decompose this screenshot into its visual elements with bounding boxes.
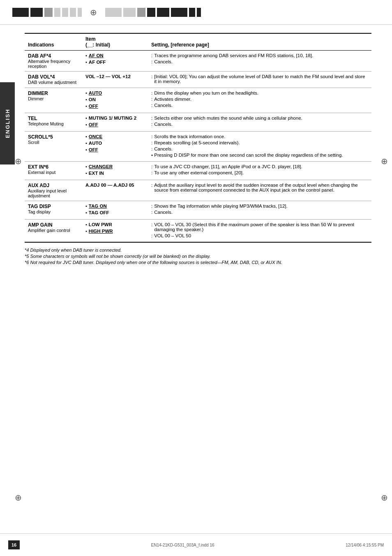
- item-label: ON: [89, 97, 96, 102]
- setting-text: VOL 00 – VOL 30 (Select this if the maxi…: [154, 222, 368, 232]
- item-entry: •AF ON: [85, 53, 145, 58]
- setting-cell: : Traces the programme among DAB service…: [148, 51, 371, 72]
- bullet-icon: •: [85, 204, 87, 208]
- setting-text: Activates dimmer.: [154, 97, 368, 102]
- table-row: AUX ADJAuxiliary input level adjustmentA…: [25, 180, 371, 201]
- bullet-icon: •: [85, 122, 87, 127]
- item-cell: VOL –12 — VOL +12: [82, 72, 148, 88]
- setting-colon: :: [151, 90, 152, 95]
- item-label: AUTO: [89, 141, 102, 146]
- item-entry: •OFF: [85, 122, 145, 127]
- block-light-2: [62, 8, 68, 17]
- indication-main: TAG DISP: [28, 204, 51, 209]
- block-dark-r5: [197, 8, 201, 17]
- table-row: SCROLL*5Scroll•ONCE•AUTO•OFF: Scrolls th…: [25, 132, 371, 162]
- setting-text: Dims the display when you turn on the he…: [154, 90, 368, 95]
- item-label: MUTING 1/ MUTING 2: [89, 116, 136, 120]
- item-entry: A.ADJ 00 — A.ADJ 05: [85, 183, 145, 188]
- setting-cell: : Shows the Tag information while playin…: [148, 201, 371, 220]
- table-header-row: Indications Item(__: Initial) Setting, […: [25, 33, 371, 51]
- setting-colon: :: [151, 204, 152, 208]
- setting-entry: : Cancels.: [151, 59, 368, 64]
- bullet-icon: •: [85, 104, 87, 109]
- item-label: TAG OFF: [89, 210, 109, 215]
- item-entry: VOL –12 — VOL +12: [85, 74, 145, 79]
- item-entry: •LOW PWR: [85, 222, 145, 227]
- indication-sub: Telephone Muting: [28, 121, 79, 126]
- indication-sub: Tag display: [28, 209, 79, 214]
- setting-entry: : Activates dimmer.: [151, 97, 368, 102]
- main-content: Indications Item(__: Initial) Setting, […: [25, 33, 371, 265]
- item-entry: •AUTO: [85, 141, 145, 146]
- indication-main: AUX ADJ: [28, 183, 49, 188]
- setting-colon: :: [151, 146, 152, 151]
- item-label: AF ON: [89, 53, 104, 58]
- setting-colon: :: [151, 140, 152, 145]
- right-crosshair: ⊕: [381, 156, 388, 166]
- date-info: 12/14/06 4:15:55 PM: [346, 543, 384, 547]
- item-cell: •MUTING 1/ MUTING 2•OFF: [82, 113, 148, 132]
- setting-entry: • Pressing D DISP for more than one seco…: [151, 153, 368, 158]
- indication-main: DAB AF*4: [28, 53, 51, 59]
- setting-text: Selects either one which mutes the sound…: [154, 116, 368, 120]
- setting-colon: :: [151, 53, 152, 58]
- item-label: OFF: [89, 122, 98, 127]
- footnotes: *4 Displayed only when DAB tuner is conn…: [25, 248, 371, 265]
- setting-entry: : Repeats scrolling (at 5-second interva…: [151, 140, 368, 145]
- table-row: EXT IN*6External input•CHANGER•EXT IN: T…: [25, 162, 371, 180]
- setting-entry: : Scrolls the track information once.: [151, 134, 368, 139]
- indication-main: DIMMER: [28, 90, 48, 96]
- col-header-item: Item(__: Initial): [82, 33, 148, 51]
- item-entry: •EXT IN: [85, 171, 145, 176]
- table-row: DAB AF*4Alternative frequency reception•…: [25, 51, 371, 72]
- block-dark-r3: [171, 8, 187, 17]
- item-label: CHANGER: [89, 164, 113, 169]
- indication-sub: External input: [28, 170, 79, 175]
- item-entry: •OFF: [85, 104, 145, 109]
- setting-colon: :: [151, 233, 152, 238]
- item-label: ONCE: [89, 134, 102, 139]
- english-text: ENGLISH: [5, 109, 11, 138]
- item-entry: •TAG ON: [85, 204, 145, 208]
- bullet-icon: •: [85, 116, 87, 120]
- table-row: TELTelephone Muting•MUTING 1/ MUTING 2•O…: [25, 113, 371, 132]
- item-label: AF OFF: [89, 60, 106, 65]
- block-dark-r1: [147, 8, 155, 17]
- setting-text: Adjust the auxiliary input level to avoi…: [154, 183, 368, 192]
- item-label: LOW PWR: [89, 222, 112, 227]
- indication-main: SCROLL*5: [28, 134, 53, 140]
- setting-cell: : Adjust the auxiliary input level to av…: [148, 180, 371, 201]
- setting-entry: : Cancels.: [151, 146, 368, 151]
- item-label: VOL –12 — VOL +12: [85, 74, 131, 79]
- left-crosshair: ⊕: [15, 156, 22, 166]
- block-dark-r2: [157, 8, 169, 17]
- block-dark-r4: [189, 8, 195, 17]
- setting-text: Scrolls the track information once.: [154, 134, 368, 139]
- setting-colon: :: [151, 103, 152, 108]
- block-light-r2: [123, 8, 136, 17]
- setting-text: Shows the Tag information while playing …: [154, 204, 368, 208]
- setting-entry: : VOL 00 – VOL 50: [151, 233, 368, 238]
- english-label: ENGLISH: [0, 82, 15, 164]
- setting-cell: : [Initial: VOL 00]; You can adjust the …: [148, 72, 371, 88]
- bottom-crosshair-left: ⊕: [15, 493, 22, 503]
- item-cell: •TAG ON•TAG OFF: [82, 201, 148, 220]
- block-dark-1: [12, 8, 29, 17]
- footnote: *6 Not required for JVC DAB tuner. Displ…: [25, 260, 371, 265]
- setting-colon: :: [151, 164, 152, 169]
- indication-sub: DAB volume adjustment: [28, 80, 79, 85]
- setting-text: [Initial: VOL 00]; You can adjust the vo…: [154, 74, 368, 84]
- bullet-icon: •: [85, 53, 87, 58]
- item-label: TAG ON: [89, 204, 107, 208]
- setting-entry: : Cancels.: [151, 103, 368, 108]
- setting-colon: :: [151, 97, 152, 102]
- setting-colon: :: [151, 59, 152, 64]
- col-header-indication: Indications: [25, 33, 82, 51]
- setting-text: Repeats scrolling (at 5-second intervals…: [154, 140, 368, 145]
- item-label: AUTO: [89, 90, 102, 95]
- top-bar-right-blocks: [105, 8, 201, 17]
- block-gray-1: [44, 8, 53, 17]
- bullet-icon: •: [85, 222, 87, 227]
- bullet-icon: •: [85, 90, 87, 95]
- item-entry: •AF OFF: [85, 60, 145, 65]
